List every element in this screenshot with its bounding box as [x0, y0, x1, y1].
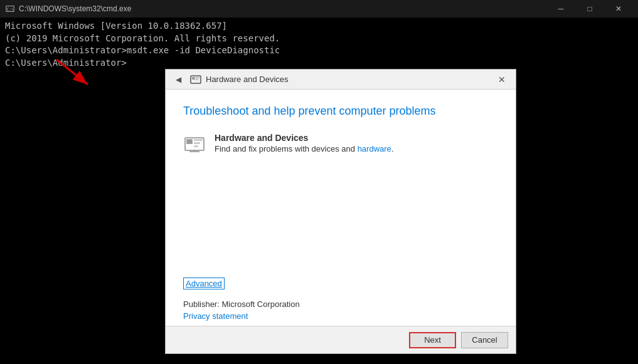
privacy-link[interactable]: Privacy statement	[183, 311, 248, 321]
dialog-title-icon	[189, 73, 202, 86]
item-desc-part1: Find and fix problems with devices and	[215, 144, 358, 153]
troubleshoot-item: Hardware and Devices Find and fix proble…	[183, 133, 498, 155]
troubleshoot-item-text: Hardware and Devices Find and fix proble…	[215, 133, 393, 153]
dialog-close-button[interactable]: ✕	[493, 72, 511, 87]
svg-rect-5	[192, 77, 195, 80]
hardware-icon	[183, 133, 206, 155]
cmd-titlebar: C:\ C:\WINDOWS\system32\cmd.exe ─ □ ✕	[0, 0, 638, 18]
publisher-label: Publisher:	[183, 299, 220, 309]
svg-rect-15	[189, 151, 199, 152]
item-title: Hardware and Devices	[215, 133, 393, 143]
red-arrow	[50, 53, 100, 91]
dialog-body: Troubleshoot and help prevent computer p…	[166, 90, 516, 278]
cmd-close-button[interactable]: ✕	[604, 0, 633, 18]
cmd-restore-button[interactable]: □	[575, 0, 604, 18]
svg-rect-10	[194, 139, 203, 141]
dialog-headline: Troubleshoot and help prevent computer p…	[183, 105, 498, 118]
dialog-titlebar: ◀ Hardware and Devices ✕	[166, 70, 516, 90]
cmd-controls: ─ □ ✕	[546, 0, 633, 18]
troubleshoot-dialog: ◀ Hardware and Devices ✕ Troubleshoot an…	[165, 69, 516, 354]
next-button[interactable]: Next	[409, 332, 456, 348]
dialog-back-button[interactable]: ◀	[171, 72, 186, 87]
svg-rect-12	[194, 145, 198, 147]
cancel-button[interactable]: Cancel	[461, 332, 508, 348]
item-desc: Find and fix problems with devices and h…	[215, 144, 393, 153]
advanced-link[interactable]: Advanced	[183, 278, 225, 289]
publisher-name: Microsoft Corporation	[221, 299, 299, 309]
cmd-title: C:\WINDOWS\system32\cmd.exe	[19, 4, 546, 13]
item-desc-link: hardware	[358, 144, 391, 153]
cmd-line-2: (c) 2019 Microsoft Corporation. All righ…	[5, 33, 633, 45]
cmd-line-1: Microsoft Windows [Version 10.0.18362.65…	[5, 20, 633, 33]
svg-rect-11	[194, 142, 200, 144]
dialog-footer-top: Advanced	[166, 278, 516, 294]
cmd-minimize-button[interactable]: ─	[546, 0, 575, 18]
svg-rect-6	[196, 77, 199, 78]
svg-rect-7	[196, 79, 198, 80]
cmd-icon: C:\	[5, 4, 15, 14]
svg-line-3	[56, 60, 88, 85]
item-desc-end: .	[391, 144, 394, 153]
dialog-footer-info: Publisher: Microsoft Corporation Privacy…	[166, 294, 516, 326]
publisher-line: Publisher: Microsoft Corporation	[183, 299, 498, 309]
svg-rect-13	[187, 140, 192, 143]
svg-text:C:\: C:\	[7, 7, 14, 11]
dialog-title-text: Hardware and Devices	[206, 75, 493, 84]
dialog-bottom-bar: Next Cancel	[166, 326, 516, 353]
